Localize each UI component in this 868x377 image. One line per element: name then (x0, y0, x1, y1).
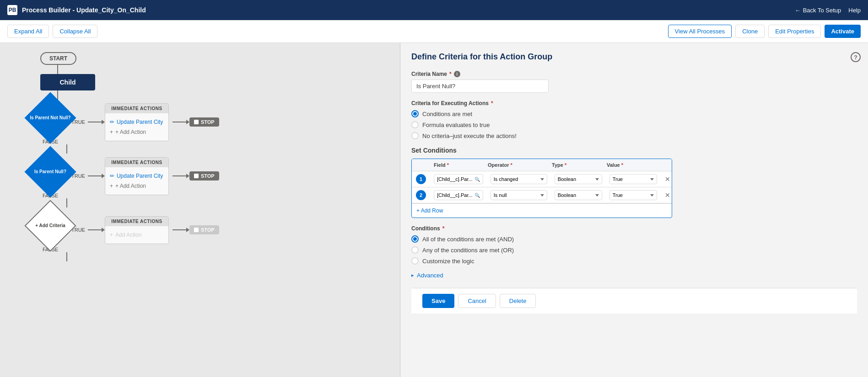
diamond-label-2: Is Parent Null? (34, 169, 66, 175)
col-header-type: Type * (548, 159, 603, 171)
row1-value-select[interactable]: True (609, 174, 657, 184)
radio-or[interactable]: Any of the conditions are met (OR) (411, 246, 857, 254)
criteria-name-label: Criteria Name * i (411, 71, 857, 77)
topbar: PB Process Builder - Update_City_On_Chil… (0, 0, 868, 20)
collapse-all-button[interactable]: Collapse All (53, 25, 97, 38)
v-connector-3 (66, 198, 67, 207)
v-connector-0 (57, 65, 58, 74)
row1-num: 1 (416, 174, 426, 184)
v-connector-1 (57, 90, 58, 100)
flow-container: START Child Is Parent Not Null? FALSE (14, 52, 386, 261)
delete-button[interactable]: Delete (500, 294, 536, 308)
arrow-head-1 (102, 120, 105, 124)
row1-field-input[interactable]: [Child__c].Par... 🔍 (434, 174, 483, 184)
search-icon-1: 🔍 (474, 177, 480, 182)
save-button[interactable]: Save (422, 294, 454, 308)
expand-all-button[interactable]: Expand All (7, 25, 49, 38)
radio-conditions-met[interactable]: Conditions are met (411, 110, 857, 117)
back-to-setup-link[interactable]: ← Back To Setup (795, 7, 841, 14)
activate-button[interactable]: Activate (825, 25, 861, 38)
row2-field-cell: [Child__c].Par... 🔍 (430, 187, 487, 203)
radio-custom[interactable]: Customize the logic (411, 257, 857, 265)
ia-body-3: + Add Action (105, 226, 168, 244)
add-action-3[interactable]: + Add Action (110, 230, 164, 240)
chevron-right-icon: ▸ (411, 272, 414, 278)
required-star-2: * (491, 100, 493, 106)
conditions-row-2: 2 [Child__c].Par... 🔍 Is null (412, 187, 672, 203)
row2-num-cell: 2 (412, 187, 430, 203)
row2-operator-select[interactable]: Is null (491, 190, 547, 200)
row2-field-input[interactable]: [Child__c].Par... 🔍 (434, 190, 483, 200)
radio-btn-or (411, 246, 419, 254)
criteria-name-section: Criteria Name * i (411, 71, 857, 93)
diamond-container-2: Is Parent Null? FALSE (32, 154, 69, 198)
update-parent-city-action-2[interactable]: ✏ Update Parent City (110, 171, 164, 181)
decision-row-3: + Add Criteria FALSE TRUE IMMEDIATE ACTI… (32, 207, 219, 252)
criteria-name-info-icon[interactable]: i (454, 71, 460, 77)
conditions-table: Field * Operator * Type * Value * (411, 159, 672, 218)
criteria-name-input[interactable] (411, 80, 549, 93)
diamond-label-3: + Add Criteria (35, 223, 65, 228)
radio-formula[interactable]: Formula evaluates to true (411, 121, 857, 128)
advanced-section[interactable]: ▸ Advanced (411, 272, 857, 279)
radio-btn-conditions (411, 110, 419, 117)
decision-row-2: Is Parent Null? FALSE TRUE IMMEDIATE ACT… (32, 154, 219, 198)
panel-help-icon[interactable]: ? (851, 52, 861, 62)
topbar-left: PB Process Builder - Update_City_On_Chil… (7, 5, 146, 15)
diamond-node-1[interactable]: Is Parent Not Null? (24, 92, 76, 143)
decision-row-1: Is Parent Not Null? FALSE TRUE IMMEDIATE… (32, 100, 219, 144)
arrow-head-3b (186, 228, 189, 232)
ia-header-2: IMMEDIATE ACTIONS (105, 158, 168, 167)
stop-square-2 (194, 174, 199, 178)
ia-header-1: IMMEDIATE ACTIONS (105, 104, 168, 113)
ia-body-1: ✏ Update Parent City + + Add Action (105, 113, 168, 141)
immediate-actions-box-3: IMMEDIATE ACTIONS + Add Action (105, 216, 169, 244)
row1-value-cell: True (606, 171, 661, 187)
canvas: START Child Is Parent Not Null? FALSE (0, 43, 400, 377)
update-parent-city-action-1[interactable]: ✏ Update Parent City (110, 117, 164, 127)
row1-operator-select[interactable]: Is changed (491, 174, 547, 184)
plus-icon-1: + (110, 129, 113, 135)
add-action-1[interactable]: + + Add Action (110, 127, 164, 137)
view-all-processes-button[interactable]: View All Processes (668, 25, 732, 38)
edit-properties-button[interactable]: Edit Properties (768, 25, 821, 38)
diamond-node-2[interactable]: Is Parent Null? (24, 146, 76, 197)
set-conditions-title: Set Conditions (411, 147, 857, 154)
row2-type-cell: Boolean (551, 187, 606, 203)
radio-btn-custom (411, 257, 419, 265)
toolbar-right: View All Processes Clone Edit Properties… (668, 25, 861, 38)
add-action-2[interactable]: + + Add Action (110, 181, 164, 191)
radio-and[interactable]: All of the conditions are met (AND) (411, 235, 857, 243)
row1-type-cell: Boolean (551, 171, 606, 187)
arrow-head-2 (102, 174, 105, 178)
col-header-operator: Operator * (484, 159, 548, 171)
conditions-row-1: 1 [Child__c].Par... 🔍 Is changed (412, 171, 672, 187)
row2-type-select[interactable]: Boolean (555, 190, 602, 200)
pencil-icon-1: ✏ (110, 119, 114, 125)
cancel-button[interactable]: Cancel (458, 294, 496, 308)
row2-value-select[interactable]: True (609, 190, 657, 200)
diamond-node-3[interactable]: + Add Criteria (24, 200, 76, 251)
radio-btn-no-criteria (411, 132, 419, 139)
clone-button[interactable]: Clone (735, 25, 765, 38)
add-row-button[interactable]: + Add Row (412, 203, 672, 218)
diamond-container-1: Is Parent Not Null? FALSE (32, 100, 69, 144)
stop-node-3: STOP (189, 225, 219, 234)
row2-operator-cell: Is null (487, 187, 551, 203)
child-node[interactable]: Child (40, 74, 95, 90)
pencil-icon-2: ✏ (110, 173, 114, 179)
criteria-executing-section: Criteria for Executing Actions * Conditi… (411, 100, 857, 139)
diamond-container-3: + Add Criteria FALSE (32, 207, 69, 252)
row2-delete-btn[interactable]: ✕ (661, 189, 672, 202)
app-title: Process Builder - Update_City_On_Child (22, 6, 146, 14)
help-link[interactable]: Help (848, 7, 861, 14)
immediate-actions-box-2: IMMEDIATE ACTIONS ✏ Update Parent City +… (105, 157, 169, 195)
row1-delete-btn[interactable]: ✕ (661, 173, 672, 186)
search-icon-2: 🔍 (474, 193, 480, 198)
topbar-right: ← Back To Setup Help (795, 7, 861, 14)
radio-no-criteria[interactable]: No criteria–just execute the actions! (411, 132, 857, 139)
row1-type-select[interactable]: Boolean (555, 174, 602, 184)
diamond-label-1: Is Parent Not Null? (30, 115, 70, 121)
immediate-actions-box-1: IMMEDIATE ACTIONS ✏ Update Parent City +… (105, 103, 169, 141)
row2-value-cell: True (606, 187, 661, 203)
